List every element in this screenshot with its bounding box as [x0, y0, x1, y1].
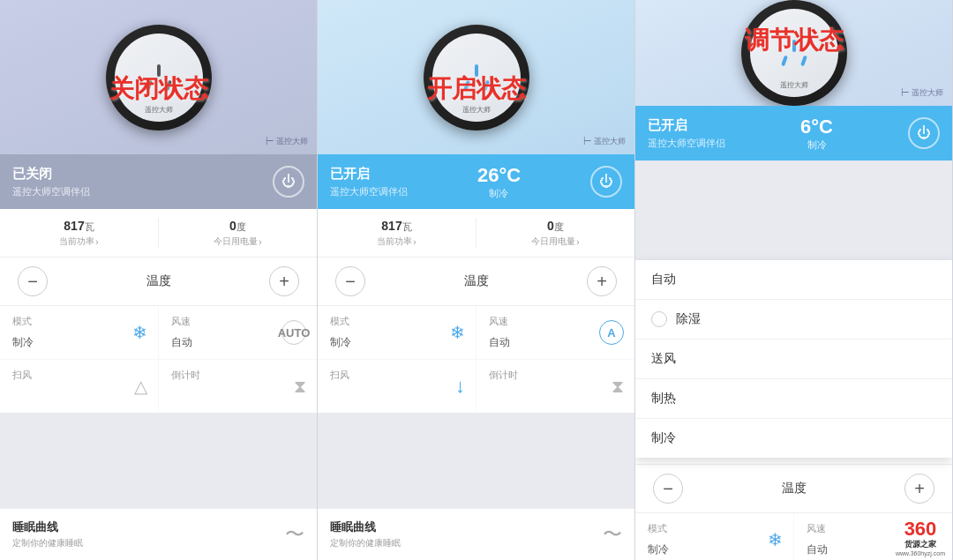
- status-bar-3: 已开启 遥控大师空调伴侣 6°C 制冷 ⏻: [635, 106, 952, 161]
- sleep-left-2: 睡眠曲线 定制你的健康睡眠: [330, 519, 401, 549]
- stats-row-1: 817瓦 当前功率 › 0度 今日用电量 ›: [0, 209, 317, 258]
- ctrl-wind-2[interactable]: 风速 自动 A: [476, 306, 634, 359]
- ctrl-mode-3[interactable]: 模式 制冷 ❄: [635, 513, 793, 560]
- stat-label-energy-2: 今日用电量 ›: [531, 235, 579, 248]
- ctrl-wind-label-1: 风速: [171, 315, 191, 328]
- panel-adjust: 遥控大师 ⊢ 遥控大师 调节状态 已开启 遥控大师空调伴侣 6°C 制冷 ⏻: [635, 0, 953, 560]
- stat-value-energy-2: 0度: [547, 218, 564, 234]
- panel-content-3: 已开启 遥控大师空调伴侣 6°C 制冷 ⏻ 自动 除湿 送风: [635, 106, 952, 560]
- pin-left-1: [146, 79, 153, 91]
- socket-pins-1: [147, 64, 170, 91]
- status-left-2: 已开启 遥控大师空调伴侣: [330, 166, 408, 198]
- temp-decrease-1[interactable]: −: [18, 266, 48, 296]
- status-temp-area-2: 26°C 制冷: [477, 164, 521, 200]
- controls-grid-2: 模式 制冷 ❄ 风速 自动 A 扫风 ↓ 倒计时 ⧗: [318, 306, 634, 413]
- ctrl-sweep-1[interactable]: 扫风 △: [0, 360, 158, 413]
- brand-text-1: 遥控大师: [276, 136, 308, 147]
- mode-dropdown: 自动 除湿 送风 制热 制冷: [635, 260, 952, 458]
- controls-grid-1: 模式 制冷 ❄ 风速 自动 AUTO 扫风 △ 倒计时 ⧗: [0, 306, 317, 413]
- ctrl-sweep-icon-2: ↓: [455, 375, 465, 398]
- dropdown-dehumid[interactable]: 除湿: [635, 300, 952, 340]
- ctrl-wind-1[interactable]: 风速 自动 AUTO: [159, 306, 317, 359]
- ctrl-mode-1[interactable]: 模式 制冷 ❄: [0, 306, 158, 359]
- dropdown-heat-label: 制热: [651, 391, 676, 407]
- ctrl-wind-icon-1: AUTO: [281, 320, 306, 345]
- ctrl-timer-1[interactable]: 倒计时 ⧗: [159, 360, 317, 413]
- sleep-sub-1: 定制你的健康睡眠: [12, 537, 83, 549]
- status-temp-3: 6°C: [800, 116, 833, 138]
- socket-label-2: 遥控大师: [462, 105, 491, 115]
- socket-inner-2: 遥控大师: [432, 34, 521, 122]
- socket-label-1: 遥控大师: [145, 105, 173, 115]
- dropdown-auto-label: 自动: [651, 272, 676, 287]
- power-button-2[interactable]: ⏻: [590, 166, 622, 198]
- dropdown-cool[interactable]: 制冷: [635, 419, 952, 458]
- badge-360: 360 货源之家 www.360hyzj.com: [889, 516, 952, 560]
- sleep-bar-1[interactable]: 睡眠曲线 定制你的健康睡眠 〜: [0, 508, 317, 560]
- status-sub-1: 遥控大师空调伴侣: [12, 185, 90, 198]
- panel-open: 遥控大师 ⊢ 遥控大师 开启状态 已开启 遥控大师空调伴侣 26°C 制冷 ⏻: [318, 0, 635, 560]
- status-sub-3: 遥控大师空调伴侣: [648, 137, 725, 150]
- panel-closed: 遥控大师 ⊢ 遥控大师 关闭状态 已关闭 遥控大师空调伴侣 ⏻ 817瓦: [0, 0, 318, 560]
- temp-label-3: 温度: [782, 481, 807, 497]
- stat-value-power-1: 817瓦: [64, 218, 94, 234]
- pin-left-2: [463, 79, 470, 91]
- ctrl-timer-label-2: 倒计时: [489, 369, 518, 382]
- ctrl-mode-label-1: 模式: [12, 315, 32, 328]
- temp-control-3: − 温度 +: [635, 465, 952, 513]
- power-button-3[interactable]: ⏻: [908, 117, 940, 149]
- temp-increase-1[interactable]: +: [269, 266, 299, 296]
- panel-top-3: 遥控大师 ⊢ 遥控大师 调节状态: [635, 0, 952, 106]
- pin-top-3: [792, 40, 796, 52]
- ctrl-wind-value-3: 自动: [807, 542, 828, 557]
- sleep-icon-1: 〜: [285, 521, 304, 548]
- stat-energy-2: 0度 今日用电量 ›: [476, 218, 634, 248]
- ctrl-timer-2[interactable]: 倒计时 ⧗: [476, 360, 634, 413]
- sleep-left-1: 睡眠曲线 定制你的健康睡眠: [12, 519, 83, 549]
- status-temp-area-3: 6°C 制冷: [800, 116, 833, 152]
- power-icon-2: ⏻: [599, 174, 613, 190]
- ctrl-mode-label-2: 模式: [330, 315, 349, 328]
- ctrl-mode-label-3: 模式: [648, 522, 667, 535]
- socket-inner-3: 遥控大师: [750, 9, 838, 97]
- brand-watermark-2: ⊢ 遥控大师: [583, 136, 626, 147]
- panel-content-1: 已关闭 遥控大师空调伴侣 ⏻ 817瓦 当前功率 › 0度: [0, 154, 317, 560]
- ctrl-sweep-2[interactable]: 扫风 ↓: [318, 360, 476, 413]
- temp-label-1: 温度: [146, 273, 171, 289]
- temp-control-1: − 温度 +: [0, 258, 317, 306]
- status-bar-2: 已开启 遥控大师空调伴侣 26°C 制冷 ⏻: [318, 154, 634, 209]
- ctrl-mode-icon-2: ❄: [450, 322, 465, 343]
- sleep-title-2: 睡眠曲线: [330, 519, 401, 535]
- dropdown-fan[interactable]: 送风: [635, 340, 952, 379]
- temp-increase-2[interactable]: +: [587, 266, 617, 296]
- ctrl-wind-label-3: 风速: [807, 522, 826, 535]
- ctrl-timer-label-1: 倒计时: [171, 369, 200, 382]
- badge-360-number: 360: [904, 519, 937, 539]
- dropdown-auto[interactable]: 自动: [635, 260, 952, 300]
- status-temp-2: 26°C: [477, 164, 521, 187]
- status-title-3: 已开启: [648, 117, 725, 134]
- status-mode-3: 制冷: [807, 138, 827, 152]
- temp-decrease-2[interactable]: −: [335, 266, 365, 296]
- ctrl-mode-2[interactable]: 模式 制冷 ❄: [318, 306, 476, 359]
- dropdown-heat[interactable]: 制热: [635, 379, 952, 419]
- brand-text-3: 遥控大师: [912, 87, 943, 99]
- stat-power-2: 817瓦 当前功率 ›: [318, 218, 476, 248]
- brand-text-2: 遥控大师: [594, 136, 626, 147]
- power-icon-3: ⏻: [917, 125, 931, 141]
- temp-decrease-3[interactable]: −: [653, 474, 683, 504]
- pin-top-1: [157, 64, 161, 77]
- badge-360-url: www.360hyzj.com: [896, 550, 945, 556]
- stat-value-energy-1: 0度: [229, 218, 246, 234]
- sleep-bar-2[interactable]: 睡眠曲线 定制你的健康睡眠 〜: [318, 508, 634, 560]
- socket-inner-1: 遥控大师: [115, 34, 203, 122]
- dropdown-dehumid-radio[interactable]: [651, 311, 667, 327]
- power-button-1[interactable]: ⏻: [273, 166, 304, 198]
- temp-increase-3[interactable]: +: [904, 474, 934, 504]
- ctrl-mode-value-2: 制冷: [330, 335, 351, 350]
- socket-outer-1: 遥控大师: [106, 25, 212, 131]
- ctrl-mode-value-1: 制冷: [12, 335, 34, 350]
- status-left-3: 已开启 遥控大师空调伴侣: [648, 117, 725, 150]
- temp-label-2: 温度: [464, 273, 489, 289]
- pin-right-3: [800, 56, 807, 67]
